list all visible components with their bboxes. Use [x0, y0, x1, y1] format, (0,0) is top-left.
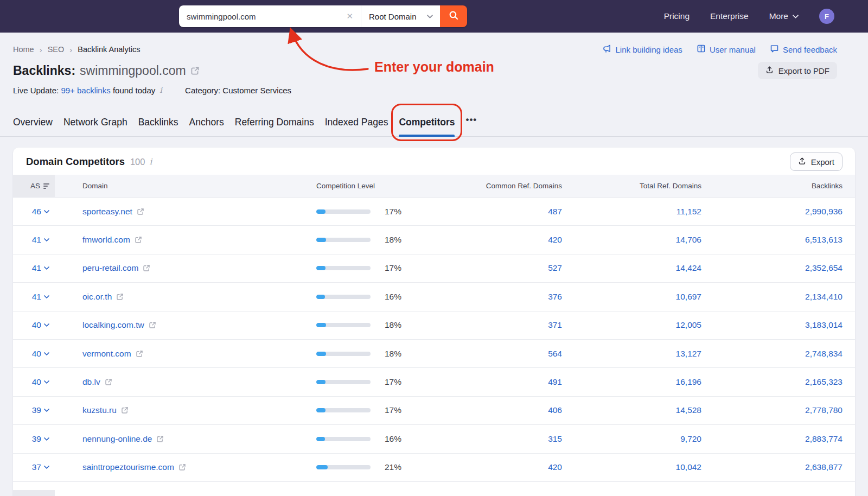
common-ref-domains-value[interactable]: 487 [548, 207, 562, 217]
backlinks-value[interactable]: 6,513,613 [805, 235, 843, 245]
nav-more-menu[interactable]: More [769, 11, 799, 21]
total-ref-domains-value[interactable]: 14,424 [676, 263, 701, 273]
backlinks-value[interactable]: 2,352,654 [805, 263, 843, 273]
backlinks-value[interactable]: 2,778,780 [805, 405, 843, 415]
chevron-down-icon[interactable] [44, 266, 49, 270]
external-link-icon[interactable] [143, 264, 150, 272]
backlinks-value[interactable]: 2,748,834 [805, 349, 843, 359]
backlinks-value[interactable]: 2,134,410 [805, 292, 843, 302]
chevron-down-icon[interactable] [44, 295, 49, 298]
tab-overview[interactable]: Overview [13, 108, 53, 136]
external-link-icon[interactable] [137, 208, 144, 215]
domain-link[interactable]: oic.or.th [82, 292, 112, 302]
as-value[interactable]: 40 [32, 349, 41, 359]
avatar[interactable]: F [819, 9, 834, 24]
chevron-down-icon[interactable] [44, 380, 49, 384]
tab-backlinks[interactable]: Backlinks [138, 108, 178, 136]
external-link-icon[interactable] [121, 406, 129, 414]
export-button[interactable]: Export [790, 152, 843, 171]
backlinks-value[interactable]: 3,183,014 [805, 320, 843, 330]
tab-indexed-pages[interactable]: Indexed Pages [325, 108, 388, 136]
info-icon[interactable]: i [149, 157, 152, 167]
domain-link[interactable]: peru-retail.com [82, 263, 138, 273]
total-ref-domains-value[interactable]: 10,697 [676, 292, 701, 302]
search-button[interactable] [440, 5, 467, 27]
domain-link[interactable]: fmworld.com [82, 235, 130, 245]
total-ref-domains-value[interactable]: 14,528 [676, 405, 701, 415]
total-ref-domains-value[interactable]: 12,005 [676, 320, 701, 330]
domain-link[interactable]: db.lv [82, 377, 100, 387]
domain-link[interactable]: nennung-online.de [82, 434, 152, 444]
common-ref-domains-value[interactable]: 315 [548, 434, 562, 444]
domain-link[interactable]: kuzstu.ru [82, 405, 117, 415]
total-ref-domains-value[interactable]: 9,720 [680, 434, 701, 444]
utility-link-user-manual[interactable]: User manual [697, 44, 756, 55]
column-header-total-ref-domains[interactable]: Total Ref. Domains [562, 175, 701, 197]
as-value[interactable]: 37 [32, 462, 41, 472]
common-ref-domains-value[interactable]: 420 [548, 235, 562, 245]
breadcrumb-item-backlink-analytics[interactable]: Backlink Analytics [78, 45, 140, 54]
common-ref-domains-value[interactable]: 406 [548, 405, 562, 415]
utility-link-send-feedback[interactable]: Send feedback [770, 44, 837, 55]
breadcrumb-item-home[interactable]: Home [13, 45, 34, 54]
common-ref-domains-value[interactable]: 527 [548, 263, 562, 273]
backlinks-value[interactable]: 2,165,323 [805, 377, 843, 387]
export-to-pdf-button[interactable]: Export to PDF [758, 62, 837, 79]
external-link-icon[interactable] [105, 378, 112, 386]
external-link-icon[interactable] [149, 321, 156, 329]
nav-link-pricing[interactable]: Pricing [664, 11, 690, 21]
chevron-down-icon[interactable] [44, 323, 49, 327]
search-scope-select[interactable]: Root Domain [361, 5, 440, 27]
external-link-icon[interactable] [116, 293, 124, 301]
total-ref-domains-value[interactable]: 16,196 [676, 377, 701, 387]
external-link-icon[interactable] [156, 435, 164, 443]
as-value[interactable]: 39 [32, 405, 41, 415]
tab-network-graph[interactable]: Network Graph [63, 108, 127, 136]
chevron-down-icon[interactable] [44, 210, 49, 213]
tab-referring-domains[interactable]: Referring Domains [235, 108, 314, 136]
info-icon[interactable]: i [159, 85, 162, 95]
common-ref-domains-value[interactable]: 564 [548, 349, 562, 359]
common-ref-domains-value[interactable]: 420 [548, 462, 562, 472]
column-header-as[interactable]: AS [13, 175, 55, 197]
search-input[interactable] [187, 12, 345, 21]
domain-link[interactable]: localking.com.tw [82, 320, 144, 330]
column-header-common-ref-domains[interactable]: Common Ref. Domains [445, 175, 562, 197]
nav-link-enterprise[interactable]: Enterprise [710, 11, 749, 21]
as-value[interactable]: 41 [32, 292, 41, 302]
column-header-competition-level[interactable]: Competition Level [304, 175, 445, 197]
tab-anchors[interactable]: Anchors [189, 108, 224, 136]
domain-link[interactable]: sainttropeztourisme.com [82, 462, 174, 472]
more-tabs-icon[interactable]: ••• [465, 106, 477, 136]
tab-competitors[interactable]: Competitors [399, 108, 455, 136]
backlinks-value[interactable]: 2,638,877 [805, 462, 843, 472]
utility-link-link-building-ideas[interactable]: Link building ideas [602, 44, 682, 55]
breadcrumb-item-seo[interactable]: SEO [48, 45, 65, 54]
column-header-domain[interactable]: Domain [55, 175, 304, 197]
as-value[interactable]: 46 [32, 207, 41, 217]
chevron-down-icon[interactable] [44, 437, 49, 441]
backlinks-value[interactable]: 2,883,774 [805, 434, 843, 444]
chevron-down-icon[interactable] [44, 409, 49, 412]
as-value[interactable]: 40 [32, 377, 41, 387]
as-value[interactable]: 41 [32, 235, 41, 245]
external-link-icon[interactable] [136, 350, 143, 358]
chevron-down-icon[interactable] [44, 466, 49, 469]
as-value[interactable]: 41 [32, 263, 41, 273]
total-ref-domains-value[interactable]: 13,127 [676, 349, 701, 359]
external-link-icon[interactable] [135, 236, 142, 244]
column-header-backlinks[interactable]: Backlinks [701, 175, 843, 197]
total-ref-domains-value[interactable]: 10,042 [676, 462, 701, 472]
total-ref-domains-value[interactable]: 14,706 [676, 235, 701, 245]
common-ref-domains-value[interactable]: 491 [548, 377, 562, 387]
common-ref-domains-value[interactable]: 371 [548, 320, 562, 330]
common-ref-domains-value[interactable]: 376 [548, 292, 562, 302]
as-value[interactable]: 40 [32, 320, 41, 330]
domain-link[interactable]: vermont.com [82, 349, 131, 359]
clear-search-icon[interactable]: ✕ [345, 11, 354, 21]
live-update-link[interactable]: 99+ backlinks [61, 86, 110, 95]
chevron-down-icon[interactable] [44, 352, 49, 355]
backlinks-value[interactable]: 2,990,936 [805, 207, 843, 217]
external-link-icon[interactable] [190, 66, 200, 75]
chevron-down-icon[interactable] [44, 238, 49, 241]
